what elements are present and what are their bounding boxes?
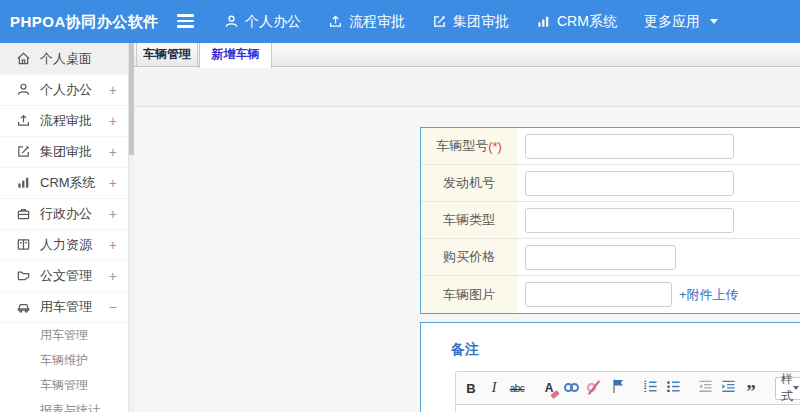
menu-toggle-button[interactable] <box>177 14 195 29</box>
edit-icon <box>16 144 32 160</box>
sidebar-item-label: 用车管理 <box>40 298 92 316</box>
anchor-button[interactable] <box>610 377 626 399</box>
sidebar-item-label: 集团审批 <box>40 143 92 161</box>
edit-icon <box>432 14 447 29</box>
sidebar-subitem-label: 车辆管理 <box>40 377 88 394</box>
outdent-button[interactable] <box>697 377 713 399</box>
vehicle-type-input[interactable] <box>525 208 734 233</box>
workflow-icon <box>328 14 343 29</box>
field-label-text: 发动机号 <box>443 174 495 192</box>
form-row-purchase-price: 购买价格 <box>421 239 800 276</box>
topnav-label: CRM系统 <box>557 13 617 31</box>
indent-button[interactable] <box>720 377 736 399</box>
collapse-icon[interactable]: − <box>109 299 117 315</box>
vehicle-model-input[interactable] <box>525 134 734 159</box>
field-label: 车辆图片 <box>421 276 517 313</box>
sidebar-item-personal-desktop[interactable]: 个人桌面 <box>0 43 128 75</box>
expand-icon[interactable]: + <box>109 237 117 253</box>
expand-icon[interactable]: + <box>109 175 117 191</box>
vehicle-form: 车辆型号(*) 发动机号 车辆类型 购买价格 <box>420 127 800 314</box>
caret-down-icon <box>793 386 799 390</box>
strikethrough-button[interactable]: abc <box>509 377 525 399</box>
sidebar-subitem-vehicle-management[interactable]: 车辆管理 <box>0 373 128 398</box>
expand-icon[interactable]: + <box>109 113 117 129</box>
style-dropdown-label: 样式 <box>781 371 793 405</box>
user-icon <box>224 14 239 29</box>
topnav-label: 集团审批 <box>453 13 509 31</box>
expand-icon[interactable]: + <box>109 268 117 284</box>
top-menu: 个人办公 流程审批 集团审批 <box>224 0 718 43</box>
remove-format-button[interactable]: A <box>541 377 557 399</box>
top-navigation-bar: PHPOA协同办公软件 个人办公 流程审批 <box>0 0 800 43</box>
engine-number-input[interactable] <box>525 171 734 196</box>
purchase-price-input[interactable] <box>525 245 676 270</box>
sidebar-item-group-approval[interactable]: 集团审批 + <box>0 137 128 168</box>
workflow-icon <box>16 113 32 129</box>
notes-title: 备注 <box>451 341 479 359</box>
blockquote-button[interactable]: ” <box>743 377 759 399</box>
editor-content-area[interactable] <box>455 405 800 412</box>
caret-down-icon <box>710 19 718 24</box>
italic-button[interactable]: I <box>486 377 502 399</box>
link-button[interactable] <box>564 377 580 399</box>
sidebar-item-document-management[interactable]: 公文管理 + <box>0 261 128 292</box>
unlink-button[interactable] <box>587 377 603 399</box>
chart-icon <box>16 175 32 191</box>
toolbar-band <box>134 67 800 107</box>
topnav-label: 个人办公 <box>245 13 301 31</box>
topnav-item-workflow-approval[interactable]: 流程审批 <box>328 13 405 31</box>
field-label: 车辆型号(*) <box>421 128 517 164</box>
attachment-upload-link[interactable]: +附件上传 <box>679 286 739 304</box>
topnav-item-personal-office[interactable]: 个人办公 <box>224 13 301 31</box>
sidebar-item-label: CRM系统 <box>40 174 96 192</box>
bulleted-list-icon <box>665 379 681 398</box>
tab-add-vehicle[interactable]: 新增车辆 <box>199 43 272 68</box>
sidebar: 个人桌面 个人办公 + 流程审批 + <box>0 43 128 412</box>
indent-icon <box>720 379 736 398</box>
sidebar-item-crm-system[interactable]: CRM系统 + <box>0 168 128 199</box>
form-row-vehicle-model: 车辆型号(*) <box>421 128 800 165</box>
topnav-item-more-apps[interactable]: 更多应用 <box>644 13 718 31</box>
sidebar-subitem-vehicle-maintenance[interactable]: 车辆维护 <box>0 348 128 373</box>
topnav-item-group-approval[interactable]: 集团审批 <box>432 13 509 31</box>
topnav-item-crm-system[interactable]: CRM系统 <box>536 13 617 31</box>
rich-text-editor: B I abc A <box>455 371 800 412</box>
sidebar-item-label: 个人办公 <box>40 81 92 99</box>
topnav-label: 流程审批 <box>349 13 405 31</box>
required-marker: (*) <box>488 139 502 154</box>
sidebar-item-workflow-approval[interactable]: 流程审批 + <box>0 106 128 137</box>
bulleted-list-button[interactable] <box>665 377 681 399</box>
sidebar-subitem-reports-statistics[interactable]: 报表与统计 <box>0 398 128 412</box>
sidebar-item-vehicle-management[interactable]: 用车管理 − <box>0 292 128 323</box>
sidebar-item-personal-office[interactable]: 个人办公 + <box>0 75 128 106</box>
tab-bar: 车辆管理 新增车辆 <box>134 43 800 67</box>
sidebar-item-administrative-office[interactable]: 行政办公 + <box>0 199 128 230</box>
sidebar-item-label: 流程审批 <box>40 112 92 130</box>
chart-icon <box>536 14 551 29</box>
sidebar-subitem-vehicle-use[interactable]: 用车管理 <box>0 323 128 348</box>
field-cell: +附件上传 <box>517 276 800 313</box>
link-icon <box>564 382 580 394</box>
form-row-engine-number: 发动机号 <box>421 165 800 202</box>
numbered-list-button[interactable] <box>642 377 658 399</box>
app-logo: PHPOA协同办公软件 <box>10 0 159 43</box>
expand-icon[interactable]: + <box>109 82 117 98</box>
tab-vehicle-management[interactable]: 车辆管理 <box>136 43 198 66</box>
field-cell <box>517 165 800 201</box>
car-icon <box>16 299 32 315</box>
folder-icon <box>16 268 32 284</box>
notes-section: 备注 B I abc A <box>420 322 800 412</box>
bold-button[interactable]: B <box>463 377 479 399</box>
flag-icon <box>611 378 625 398</box>
numbered-list-icon <box>642 379 658 398</box>
style-dropdown[interactable]: 样式 <box>775 377 800 400</box>
sidebar-subitem-label: 报表与统计 <box>40 402 100 412</box>
sidebar-item-label: 人力资源 <box>40 236 92 254</box>
vehicle-image-input[interactable] <box>525 282 672 307</box>
user-icon <box>16 82 32 98</box>
briefcase-icon <box>16 206 32 222</box>
sidebar-item-human-resources[interactable]: 人力资源 + <box>0 230 128 261</box>
expand-icon[interactable]: + <box>109 206 117 222</box>
app-window: PHPOA协同办公软件 个人办公 流程审批 <box>0 0 800 412</box>
expand-icon[interactable]: + <box>109 144 117 160</box>
